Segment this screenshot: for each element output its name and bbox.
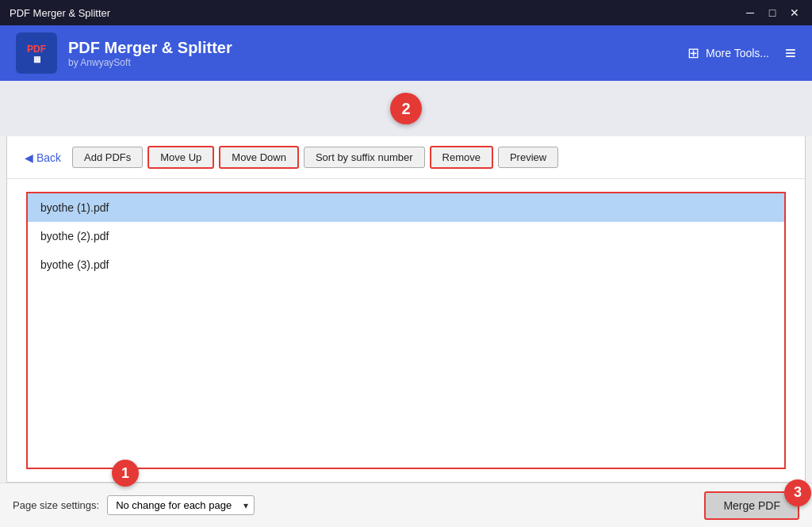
page-size-select[interactable]: No change for each page A4 Letter Legal (107, 495, 255, 515)
list-item[interactable]: byothe (1).pdf (28, 193, 784, 222)
file-name-3: byothe (3).pdf (40, 258, 109, 271)
page-size-settings: Page size settings: No change for each p… (13, 495, 255, 515)
title-bar-title: PDF Merger & Splitter (10, 7, 110, 19)
maximize-button[interactable]: □ (764, 5, 780, 21)
list-item[interactable]: byothe (2).pdf (28, 222, 784, 250)
title-bar-left: PDF Merger & Splitter (10, 7, 110, 19)
title-bar: PDF Merger & Splitter ─ □ ✕ (0, 0, 812, 25)
file-list: byothe (1).pdf byothe (2).pdf byothe (3)… (26, 192, 786, 469)
step-1-badge: 1 (112, 460, 139, 487)
app-name: PDF Merger & Splitter (68, 39, 232, 57)
app-title-text: PDF Merger & Splitter by AnwyaySoft (68, 39, 232, 68)
more-tools-icon: ⊞ (688, 44, 699, 62)
preview-button[interactable]: Preview (498, 147, 558, 168)
file-list-region: byothe (1).pdf byothe (2).pdf byothe (3)… (17, 185, 795, 475)
list-item[interactable]: byothe (3).pdf (28, 250, 784, 279)
title-bar-controls: ─ □ ✕ (742, 5, 802, 21)
merge-button-wrapper: Merge PDF 3 (704, 491, 799, 520)
app-header: PDF ▦ PDF Merger & Splitter by AnwyaySof… (0, 25, 812, 81)
more-tools-label: More Tools... (706, 47, 769, 59)
minimize-button[interactable]: ─ (742, 5, 758, 21)
hamburger-menu-button[interactable]: ≡ (785, 44, 796, 63)
move-down-button[interactable]: Move Down (219, 146, 299, 169)
page-size-label: Page size settings: (13, 499, 99, 511)
file-name-1: byothe (1).pdf (40, 201, 109, 214)
bottom-bar: Page size settings: No change for each p… (0, 483, 812, 527)
sort-by-suffix-button[interactable]: Sort by suffix number (304, 147, 425, 168)
page-size-select-wrapper[interactable]: No change for each page A4 Letter Legal (107, 495, 255, 515)
close-button[interactable]: ✕ (787, 5, 802, 21)
file-name-2: byothe (2).pdf (40, 230, 109, 242)
back-button[interactable]: ◀ Back (18, 148, 67, 167)
add-pdfs-button[interactable]: Add PDFs (72, 147, 143, 168)
step-area: 2 (0, 81, 812, 136)
move-up-button[interactable]: Move Up (147, 146, 214, 169)
toolbar: ◀ Back Add PDFs Move Up Move Down Sort b… (7, 136, 805, 179)
app-byline: by AnwyaySoft (68, 57, 232, 68)
app-header-left: PDF ▦ PDF Merger & Splitter by AnwyaySof… (16, 32, 232, 74)
step-2-badge: 2 (390, 93, 422, 124)
more-tools-button[interactable]: ⊞ More Tools... (688, 44, 769, 62)
main-content: ◀ Back Add PDFs Move Up Move Down Sort b… (6, 136, 806, 483)
remove-button[interactable]: Remove (430, 146, 493, 169)
step-3-badge: 3 (784, 479, 811, 506)
app-logo: PDF ▦ (16, 32, 57, 74)
logo-icon: ▦ (33, 55, 40, 63)
logo-pdf-label: PDF (27, 44, 46, 55)
app-header-right: ⊞ More Tools... ≡ (688, 44, 796, 63)
